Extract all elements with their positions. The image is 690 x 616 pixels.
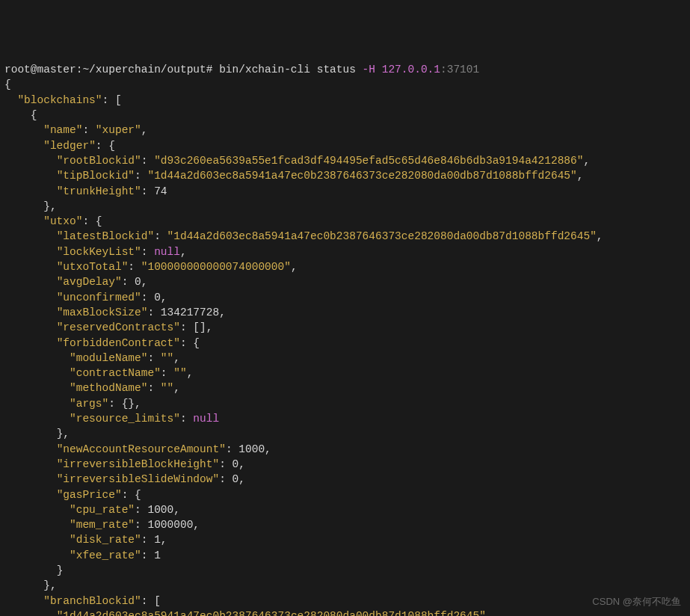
json-key: "trunkHeight" <box>57 185 141 197</box>
json-value: 134217728 <box>161 307 219 318</box>
json-key: "irreversibleSlideWindow" <box>57 473 220 485</box>
json-null: null <box>154 246 180 258</box>
command-port: :37101 <box>440 64 479 76</box>
json-key: "avgDelay" <box>57 276 122 288</box>
prompt-user: root@master <box>4 64 76 76</box>
json-value: 74 <box>154 185 167 197</box>
json-key: "forbiddenContract" <box>57 337 180 349</box>
json-key: "disk_rate" <box>70 534 141 546</box>
json-value: "1d44a2d603ec8a5941a47ec0b2387646373ce28… <box>57 610 486 616</box>
json-value: 0 <box>232 458 239 470</box>
json-key: "moduleName" <box>70 352 147 364</box>
json-key: "latestBlockid" <box>57 230 155 242</box>
json-value: 1000 <box>238 443 265 455</box>
json-key: "utxo" <box>43 215 82 227</box>
json-null: null <box>193 413 219 425</box>
json-key: "resource_limits" <box>70 413 180 425</box>
brace-open: { <box>4 78 11 90</box>
json-value: 0 <box>232 473 239 485</box>
json-key: "cpu_rate" <box>70 504 135 516</box>
json-key: "rootBlockid" <box>57 155 141 167</box>
json-key: "utxoTotal" <box>57 261 129 273</box>
json-value: "" <box>161 382 173 394</box>
json-key: "branchBlockid" <box>43 595 141 607</box>
json-value: "" <box>161 352 173 364</box>
command-ip: 127.0.0.1 <box>375 64 440 76</box>
json-value: 1000 <box>147 504 173 516</box>
json-key: "unconfirmed" <box>57 292 141 304</box>
json-value: "1d44a2d603ec8a5941a47ec0b2387646373ce28… <box>167 230 597 242</box>
command-flag: -H <box>363 64 375 76</box>
json-key: "blockchains" <box>17 94 102 106</box>
json-value: 1 <box>154 549 161 561</box>
json-value: "d93c260ea5639a55e1fcad3df494495efad5c65… <box>154 155 583 167</box>
prompt-sep: # <box>206 64 219 76</box>
json-key: "gasPrice" <box>57 489 122 501</box>
json-key: "reservedContracts" <box>57 321 180 333</box>
prompt-path: ~/xuperchain/output <box>82 64 206 76</box>
json-key: "newAccountResourceAmount" <box>57 443 226 455</box>
json-key: "mem_rate" <box>70 519 135 531</box>
json-value: "xuper" <box>96 124 141 136</box>
watermark: CSDN @奈何不吃鱼 <box>592 595 681 609</box>
json-key: "ledger" <box>43 140 96 152</box>
json-value: 1 <box>154 534 161 546</box>
json-key: "lockKeyList" <box>57 246 141 258</box>
json-value: 0 <box>135 276 141 288</box>
json-value: 1000000 <box>147 519 193 531</box>
json-key: "xfee_rate" <box>70 549 141 561</box>
terminal-output[interactable]: root@master:~/xuperchain/output# bin/xch… <box>4 62 686 616</box>
json-value: "100000000000074000000" <box>141 261 291 273</box>
json-value: "" <box>173 367 186 379</box>
json-key: "contractName" <box>70 367 161 379</box>
json-value: "1d44a2d603ec8a5941a47ec0b2387646373ce28… <box>147 170 576 182</box>
json-value: 0 <box>154 292 161 304</box>
json-key: "tipBlockid" <box>57 170 135 182</box>
json-key: "maxBlockSize" <box>57 307 148 318</box>
command: bin/xchain-cli status <box>219 64 362 76</box>
json-key: "methodName" <box>70 382 147 394</box>
json-key: "args" <box>70 398 108 410</box>
json-key: "irreversibleBlockHeight" <box>57 458 220 470</box>
json-key: "name" <box>43 124 82 136</box>
